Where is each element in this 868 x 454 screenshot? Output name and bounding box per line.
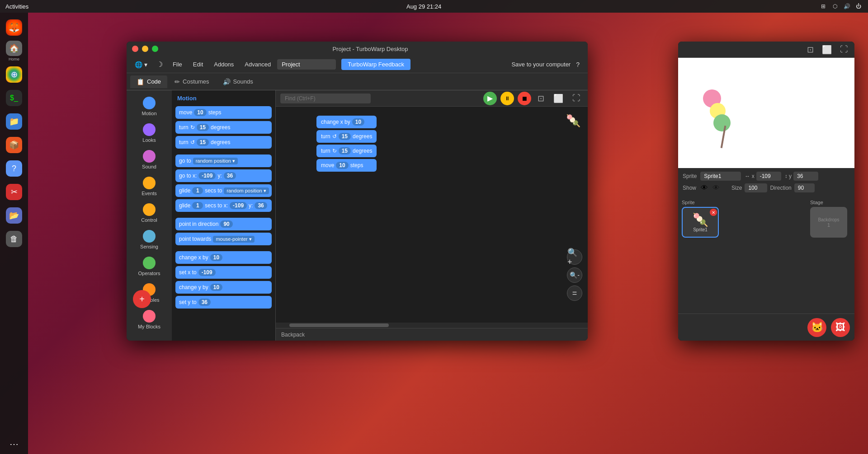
category-events[interactable]: Events <box>129 174 169 199</box>
zoom-out-button[interactable]: 🔍- <box>567 267 582 283</box>
size-input[interactable] <box>745 183 767 192</box>
block-turn-ccw[interactable]: turn ↺ 15 degrees <box>175 136 272 149</box>
sprite-delete-button[interactable]: ✕ <box>710 209 717 216</box>
code-canvas-area[interactable]: 🍡 change x by 10 turn ↺ 15 degrees <box>276 107 588 328</box>
block-set-x-value[interactable]: -109 <box>198 269 216 276</box>
block-change-y[interactable]: change y by 10 <box>175 281 272 294</box>
canvas-scrollbar[interactable] <box>276 323 588 328</box>
direction-input[interactable] <box>794 183 815 192</box>
help-button[interactable]: ? <box>572 59 583 70</box>
sprite-name-input[interactable] <box>700 172 741 181</box>
close-button[interactable] <box>132 46 138 52</box>
block-turn-cw[interactable]: turn ↻ 15 degrees <box>175 121 272 134</box>
block-goto-dropdown[interactable]: random position ▾ <box>193 158 238 164</box>
tab-code[interactable]: 📋 Code <box>130 75 167 88</box>
zoom-in-button[interactable]: 🔍+ <box>567 249 582 265</box>
dock-item-archive[interactable]: 📂 <box>4 205 24 226</box>
stage-thumb[interactable]: Backdrops 1 <box>810 207 847 238</box>
block-point-dir-value[interactable]: 90 <box>220 220 232 228</box>
maximize-button[interactable] <box>152 46 158 52</box>
category-looks[interactable]: Looks <box>129 121 169 145</box>
dock-item-home[interactable]: 🏠 Home <box>4 41 24 61</box>
canvas-block-turn-cw[interactable]: turn ↻ 15 degrees <box>316 145 377 157</box>
dock-item-chrome[interactable]: ⊕ <box>4 64 24 85</box>
zoom-reset-button[interactable]: = <box>567 286 582 301</box>
block-turn-ccw-value[interactable]: 15 <box>197 139 209 146</box>
stage-normal-view[interactable]: ⊡ <box>535 93 547 104</box>
category-operators[interactable]: Operators <box>129 254 169 279</box>
category-sensing[interactable]: Sensing <box>129 227 169 252</box>
category-myblocks[interactable]: My Blocks <box>129 307 169 332</box>
block-goto-xy[interactable]: go to x: -109 y: 36 <box>175 169 272 182</box>
block-glide1[interactable]: glide 1 secs to random position ▾ <box>175 184 272 197</box>
cb-turn-ccw-val[interactable]: 15 <box>339 133 351 140</box>
add-extension-button[interactable]: + <box>133 290 151 308</box>
pause-button[interactable]: ⏸ <box>500 92 514 105</box>
block-glide1-dropdown[interactable]: random position ▾ <box>224 187 269 194</box>
block-glide1-val[interactable]: 1 <box>192 187 203 194</box>
minimize-button[interactable] <box>142 46 148 52</box>
block-goto[interactable]: go to random position ▾ <box>175 154 272 167</box>
y-coord-input[interactable] <box>793 172 818 181</box>
backpack-bar[interactable]: Backpack <box>276 328 588 341</box>
block-change-x[interactable]: change x by 10 <box>175 251 272 264</box>
dock-item-help[interactable]: ? <box>4 158 24 179</box>
block-turn-cw-value[interactable]: 15 <box>197 124 209 131</box>
block-point-towards[interactable]: point towards mouse-pointer ▾ <box>175 233 272 245</box>
block-set-y-value[interactable]: 36 <box>198 299 211 306</box>
block-set-y[interactable]: set y to 36 <box>175 296 272 309</box>
save-button[interactable]: Save to your computer <box>511 61 571 68</box>
cb-move-val[interactable]: 10 <box>336 162 348 169</box>
block-goto-y-value[interactable]: 36 <box>224 172 236 179</box>
block-point-dir[interactable]: point in direction 90 <box>175 218 272 230</box>
block-glide2-val[interactable]: 1 <box>192 202 203 209</box>
canvas-block-turn-ccw[interactable]: turn ↺ 15 degrees <box>316 130 377 143</box>
add-sprite-button[interactable]: 🐱 <box>807 318 826 337</box>
menu-advanced[interactable]: Advanced <box>240 59 275 70</box>
project-name-input[interactable] <box>277 59 336 70</box>
dock-item-trash[interactable]: 🗑 <box>4 229 24 249</box>
canvas-block-change-x[interactable]: change x by 10 <box>316 116 377 128</box>
block-move-value[interactable]: 10 <box>194 109 206 116</box>
menu-file[interactable]: File <box>168 59 187 70</box>
add-backdrop-button[interactable]: 🖼 <box>831 318 850 337</box>
block-change-x-value[interactable]: 10 <box>210 254 222 261</box>
stage-wide-view[interactable]: ⬜ <box>551 93 566 104</box>
category-motion[interactable]: Motion <box>129 94 169 119</box>
menu-edit[interactable]: Edit <box>189 59 208 70</box>
block-glide2[interactable]: glide 1 secs to x: -109 y: 36 <box>175 199 272 212</box>
tab-costumes[interactable]: ✏ Costumes <box>168 75 216 88</box>
show-eye-open[interactable]: 👁 <box>701 184 708 192</box>
block-glide2-x[interactable]: -109 <box>230 202 247 209</box>
block-goto-x-value[interactable]: -109 <box>198 172 216 179</box>
dock-item-firefox[interactable]: 🦊 <box>4 17 24 38</box>
activities-label[interactable]: Activities <box>5 3 28 10</box>
turbowarp-feedback-button[interactable]: TurboWarp Feedback <box>341 59 410 70</box>
theme-toggle[interactable]: ☽ <box>153 58 166 70</box>
dock-item-touchup[interactable]: ✂ <box>4 182 24 202</box>
dock-item-snap[interactable]: 📦 <box>4 135 24 155</box>
dock-item-files[interactable]: 📁 <box>4 111 24 132</box>
stage-full-view[interactable]: ⛶ <box>570 93 583 104</box>
stage-view-normal[interactable]: ⊡ <box>804 44 816 56</box>
sprite-thumb-sprite1[interactable]: 🍡 Sprite1 ✕ <box>682 207 719 238</box>
cb-turn-cw-val[interactable]: 15 <box>339 147 351 154</box>
canvas-block-move[interactable]: move 10 steps <box>316 159 377 172</box>
block-glide2-y[interactable]: 36 <box>255 202 267 209</box>
language-button[interactable]: 🌐 ▾ <box>131 59 151 70</box>
dock-apps-btn[interactable]: ⋯ <box>9 439 19 454</box>
category-sound[interactable]: Sound <box>129 147 169 172</box>
block-point-towards-dropdown[interactable]: mouse-pointer ▾ <box>213 236 254 243</box>
category-control[interactable]: Control <box>129 201 169 225</box>
stage-view-full[interactable]: ⛶ <box>837 44 851 55</box>
cb-change-x-val[interactable]: 10 <box>352 118 364 126</box>
stage-view-large[interactable]: ⬜ <box>819 44 835 56</box>
tab-sounds[interactable]: 🔊 Sounds <box>217 75 259 88</box>
stop-button[interactable]: ⏹ <box>518 92 531 105</box>
menu-addons[interactable]: Addons <box>209 59 238 70</box>
find-input[interactable] <box>280 94 371 103</box>
block-set-x[interactable]: set x to -109 <box>175 266 272 279</box>
dock-item-terminal[interactable]: $_ <box>4 88 24 108</box>
x-coord-input[interactable] <box>756 172 781 181</box>
block-move[interactable]: move 10 steps <box>175 106 272 119</box>
